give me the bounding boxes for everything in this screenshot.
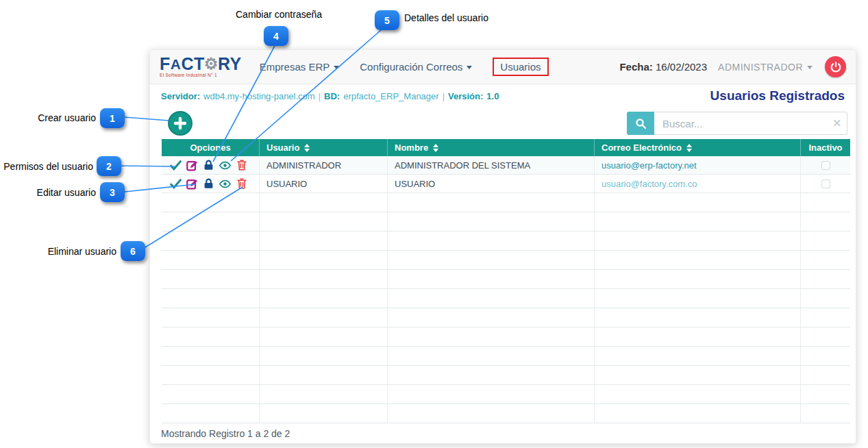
plus-icon xyxy=(173,116,187,130)
empty-cell xyxy=(801,385,850,403)
logo-text: FACT⚙RY xyxy=(160,55,242,73)
empty-cell xyxy=(388,251,595,269)
factory-logo[interactable]: FACT⚙RY El Software Industrial N° 1 xyxy=(160,55,242,78)
table-row: USUARIO USUARIO usuario@factory.com.co xyxy=(162,175,850,193)
empty-cell xyxy=(801,193,850,212)
table-row-empty xyxy=(162,232,850,251)
callout-label-permisos: Permisos del usuario xyxy=(0,161,93,172)
empty-cell xyxy=(162,212,260,231)
empty-cell xyxy=(260,347,388,365)
empty-cell xyxy=(388,212,595,231)
edit-user-icon[interactable] xyxy=(186,178,198,190)
search-button[interactable] xyxy=(627,112,654,135)
cell-correo[interactable]: usuario@factory.com.co xyxy=(595,175,801,192)
clear-search-icon[interactable]: ✕ xyxy=(832,118,841,128)
row-actions xyxy=(162,156,260,174)
delete-user-trash-icon[interactable] xyxy=(236,178,247,190)
empty-cell xyxy=(162,385,260,403)
cell-usuario: USUARIO xyxy=(260,175,388,192)
power-icon xyxy=(830,61,842,73)
column-header-nombre[interactable]: Nombre xyxy=(388,139,595,156)
table-row-empty xyxy=(162,193,850,212)
empty-cell xyxy=(388,347,595,365)
empty-cell xyxy=(388,308,595,327)
callout-badge-5: 5 xyxy=(375,10,399,30)
empty-cell xyxy=(388,327,595,346)
table-row-empty xyxy=(162,404,850,423)
empty-cell xyxy=(260,327,388,346)
inactivo-checkbox[interactable] xyxy=(821,179,830,188)
chevron-down-icon xyxy=(467,66,472,69)
cell-correo[interactable]: usuario@erp-factory.net xyxy=(595,156,801,174)
search-group: ✕ xyxy=(627,112,847,135)
logout-button[interactable] xyxy=(825,56,846,77)
table-row-empty xyxy=(162,327,850,347)
empty-cell xyxy=(162,251,260,269)
callout-badge-2: 2 xyxy=(97,156,121,176)
callout-badge-3: 3 xyxy=(100,182,125,202)
nav-item-empresas-erp[interactable]: Empresas ERP xyxy=(260,61,340,73)
empty-cell xyxy=(260,212,388,231)
user-menu[interactable]: ADMINISTRADOR xyxy=(718,62,813,73)
user-details-eye-icon[interactable] xyxy=(219,178,231,190)
nav-item-usuarios[interactable]: Usuarios xyxy=(493,58,548,76)
info-bar: Servidor:wdb4.my-hosting-panel.com | BD:… xyxy=(150,84,856,108)
empty-cell xyxy=(162,308,260,327)
cell-inactivo xyxy=(801,175,850,192)
empty-cell xyxy=(162,232,260,250)
empty-cell xyxy=(801,327,850,346)
sort-icon xyxy=(304,144,310,152)
nav-item-configuracion-correos[interactable]: Configuración Correos xyxy=(360,61,472,73)
empty-cell xyxy=(260,251,388,269)
empty-cell xyxy=(260,404,388,423)
empty-cell xyxy=(595,366,801,384)
empty-cell xyxy=(162,193,260,212)
empty-cell xyxy=(388,366,595,384)
callout-badge-4: 4 xyxy=(264,26,288,46)
sort-icon xyxy=(433,144,438,152)
table-row-empty xyxy=(162,270,850,289)
navbar-right: Fecha: 16/02/2023 ADMINISTRADOR xyxy=(619,56,846,77)
empty-cell xyxy=(801,289,850,308)
column-header-inactivo: Inactivo xyxy=(801,139,850,156)
empty-cell xyxy=(801,232,850,250)
empty-cell xyxy=(595,270,801,288)
change-password-lock-icon[interactable] xyxy=(203,160,214,171)
table-row-empty xyxy=(162,385,850,404)
callout-badge-1: 1 xyxy=(100,108,125,128)
callout-label-eliminar: Eliminar usuario xyxy=(21,246,116,257)
sort-icon xyxy=(686,144,692,152)
user-permissions-icon[interactable] xyxy=(170,160,182,171)
change-password-lock-icon[interactable] xyxy=(203,178,214,190)
empty-cell xyxy=(388,385,595,403)
user-details-eye-icon[interactable] xyxy=(219,160,231,171)
empty-cell xyxy=(388,404,595,423)
empty-cell xyxy=(595,385,801,403)
empty-cell xyxy=(801,251,850,269)
empty-cell xyxy=(260,366,388,384)
empty-cell xyxy=(595,289,801,308)
callout-badge-6: 6 xyxy=(121,241,145,261)
empty-cell xyxy=(260,308,388,327)
empty-cell xyxy=(595,404,801,423)
column-header-opciones: Opciones xyxy=(162,139,260,156)
create-user-button[interactable] xyxy=(168,111,193,136)
column-header-correo[interactable]: Correo Electrónico xyxy=(595,139,801,156)
column-header-usuario[interactable]: Usuario xyxy=(260,139,388,156)
search-input[interactable] xyxy=(654,112,847,135)
user-permissions-icon[interactable] xyxy=(170,178,182,190)
table-row-empty xyxy=(162,212,850,232)
empty-cell xyxy=(162,366,260,384)
empty-cell xyxy=(595,347,801,365)
callout-label-cambiar-contrasena: Cambiar contraseña xyxy=(236,9,322,20)
inactivo-checkbox[interactable] xyxy=(821,161,830,170)
table-row-empty xyxy=(162,251,850,270)
edit-user-icon[interactable] xyxy=(186,160,198,171)
empty-cell xyxy=(260,289,388,308)
cell-nombre: ADMINISTRADOR DEL SISTEMA xyxy=(388,156,595,174)
empty-cell xyxy=(595,308,801,327)
empty-cell xyxy=(162,327,260,346)
search-icon xyxy=(635,118,647,129)
delete-user-trash-icon[interactable] xyxy=(236,160,247,171)
empty-cell xyxy=(801,366,850,384)
